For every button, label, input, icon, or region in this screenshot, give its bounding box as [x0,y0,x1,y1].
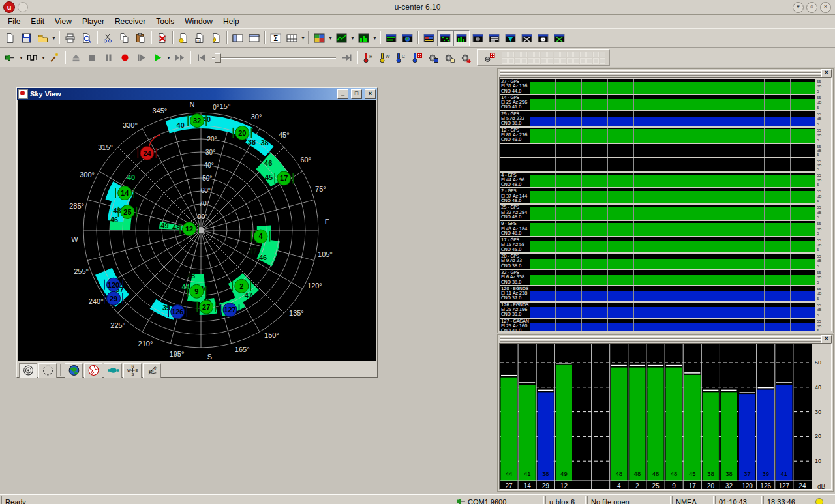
sky-view-window-button[interactable] [437,30,453,46]
menu-bar: FileEditViewPlayerReceiverToolsWindowHel… [0,15,835,28]
split-left-button[interactable] [230,30,246,46]
stop-button[interactable] [84,50,100,66]
fast-forward-button[interactable] [172,50,188,66]
skip-to-start-button[interactable] [193,50,209,66]
svg-text:38: 38 [707,470,714,477]
config-apply-button[interactable] [458,50,474,66]
menu-tools[interactable]: Tools [151,16,179,27]
temperature-hot-button[interactable]: H [360,50,376,66]
svg-text:50°: 50° [202,175,212,182]
temperature-add-button[interactable] [409,50,425,66]
new-log-edit-button[interactable] [208,30,224,46]
signal-history-grip[interactable]: × [498,69,833,76]
window-maximize-button[interactable]: ○ [806,2,817,13]
delete-log-button[interactable] [154,30,170,46]
baud-rate-button[interactable] [24,50,40,66]
table-view-button[interactable] [284,30,300,46]
connect-receiver-dropdown-icon[interactable]: ▾ [18,55,24,61]
svg-text:37: 37 [744,470,751,477]
table-view-dropdown-icon[interactable]: ▾ [300,35,306,41]
config-save-button[interactable] [425,50,442,66]
histogram-view-button[interactable] [356,30,372,46]
open-file-dropdown-icon[interactable]: ▾ [51,35,57,41]
firmware-update-icon[interactable] [481,50,498,66]
config-window-button[interactable] [470,30,486,46]
print-button[interactable] [62,30,78,46]
menu-view[interactable]: View [50,16,77,27]
packet-console-window-button[interactable] [519,30,535,46]
window-shade-button[interactable]: ▾ [793,2,804,13]
menu-edit[interactable]: Edit [25,16,50,27]
eject-button[interactable] [68,50,84,66]
deviation-map-window-button[interactable] [502,30,519,46]
statistics-sigma-button[interactable]: Σ [267,30,284,46]
new-file-button[interactable] [2,30,18,46]
svg-text:10: 10 [815,458,821,464]
histogram-view-dropdown-icon[interactable]: ▾ [372,35,378,41]
slider-thumb[interactable] [215,53,221,63]
new-log-button[interactable] [175,30,192,46]
sky-view-titlebar[interactable]: Sky View _ □ × [17,88,377,100]
sky-minimize-button[interactable]: _ [337,89,348,99]
world-map-toggle-button[interactable] [65,363,83,378]
message-view-window-button[interactable] [486,30,502,46]
menu-window[interactable]: Window [179,16,218,27]
compass-orientation-button[interactable]: NSWE [123,363,142,378]
print-preview-button[interactable] [78,30,95,46]
messages-window-button[interactable] [383,30,399,46]
plug-icon [457,498,468,504]
temperature-warm-button[interactable]: W [376,50,393,66]
open-file-button[interactable] [35,30,51,46]
save-file-button[interactable] [18,30,35,46]
baud-rate-dropdown-icon[interactable]: ▾ [40,55,46,61]
plain-circle-view-button[interactable] [38,363,57,378]
signal-row-20: 20 - GPSEl 9 Az 23CNO 38.055dB5 [500,254,830,269]
cut-button[interactable] [100,30,116,46]
skip-to-end-button[interactable] [339,50,355,66]
step-forward-button[interactable] [133,50,149,66]
split-right-button[interactable] [246,30,262,46]
svg-text:40°: 40° [204,162,214,169]
polar-grid-view-button[interactable] [19,363,37,378]
map-overlay-toggle-button[interactable] [84,363,102,378]
sky-close-button[interactable]: × [365,89,376,99]
menu-player[interactable]: Player [77,16,110,27]
map-window-button[interactable] [421,30,437,46]
svg-text:48: 48 [616,470,623,477]
play-dropdown-icon[interactable]: ▾ [166,55,172,61]
connect-receiver-button[interactable] [2,50,18,66]
svg-text:25: 25 [652,482,660,490]
svg-text:9: 9 [194,288,198,295]
close-views-button[interactable] [551,30,568,46]
menu-receiver[interactable]: Receiver [110,16,151,27]
map-view-button[interactable] [311,30,327,46]
signal-chart-grip[interactable]: × [498,335,833,342]
svg-text:120: 120 [742,482,753,490]
satellite-toggle-button[interactable] [104,363,122,378]
elevation-mask-button[interactable]: 0°80° [143,363,161,378]
temperature-cold-button[interactable]: C [393,50,409,66]
binary-console-window-button[interactable] [399,30,416,46]
chart-view-button[interactable] [333,30,350,46]
menu-file[interactable]: File [3,16,25,27]
statistic-view-window-button[interactable] [535,30,551,46]
menu-help[interactable]: Help [218,16,245,27]
copy-button[interactable] [116,30,132,46]
play-button[interactable] [149,50,166,66]
config-new-button[interactable] [442,50,458,66]
record-button[interactable] [117,50,133,66]
map-view-dropdown-icon[interactable]: ▾ [327,35,333,41]
pause-button[interactable] [100,50,117,66]
docking-bars-window-button[interactable] [453,30,470,46]
status-bar: ReadyCOM1 9600u-blox 6No file openNMEA01… [0,494,835,504]
window-close-button[interactable]: × [820,2,831,13]
paste-button[interactable] [132,30,149,46]
toolbar-separator [264,31,266,44]
sky-maximize-button[interactable]: □ [351,89,362,99]
new-log-date-button[interactable]: 01 [192,30,208,46]
chart-view-dropdown-icon[interactable]: ▾ [350,35,356,41]
autobaud-wand-button[interactable] [46,50,63,66]
signal-row-29: 29 - GPSEl 5 Az 232CNO 38.055dB5 [500,111,830,126]
svg-text:46: 46 [110,216,118,224]
playback-position-slider[interactable] [212,52,336,63]
